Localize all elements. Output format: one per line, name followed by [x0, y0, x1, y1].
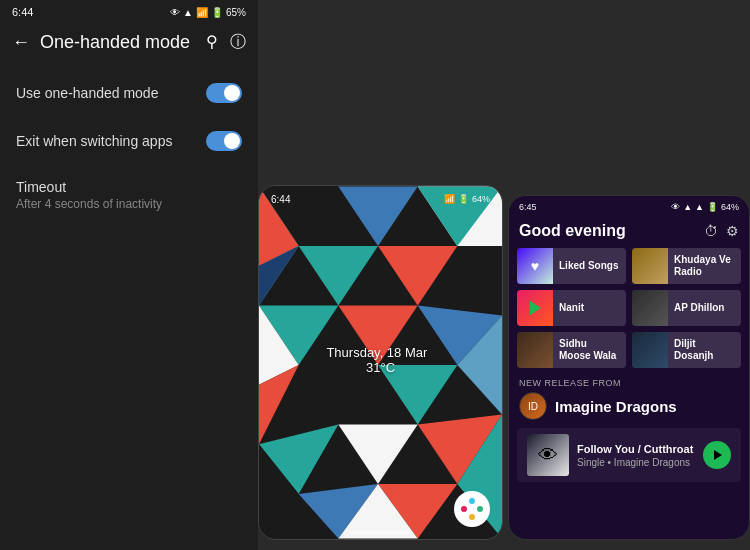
wallpaper-date: Thursday, 18 Mar 31°C [320, 345, 442, 375]
date-text: Thursday, 18 Mar [326, 345, 427, 360]
status-bar: 6:44 👁 ▲ 📶 🔋 65% [0, 0, 258, 24]
new-release-artist-name: Imagine Dragons [555, 398, 677, 415]
phone-wallpaper-screen: 6:44 📶 🔋 64% Thursday, 18 Mar 31°C [258, 185, 503, 540]
liked-songs-card[interactable]: ♥ Liked Songs [517, 248, 626, 284]
wallpaper-time: 6:44 [271, 194, 290, 205]
sp-wifi-icon: ▲ [695, 202, 704, 212]
svg-rect-27 [461, 506, 467, 512]
back-button[interactable]: ← [12, 32, 30, 53]
sp-eye-icon: 👁 [671, 202, 680, 212]
wallpaper-status-bar: 6:44 📶 🔋 64% [271, 194, 490, 205]
sp-battery-pct: 64% [721, 202, 739, 212]
track-item[interactable]: 👁 Follow You / Cutthroat Single • Imagin… [517, 428, 741, 482]
use-one-handed-item: Use one-handed mode [0, 69, 258, 117]
eye-emoji: 👁 [538, 444, 558, 467]
settings-panel: 6:44 👁 ▲ 📶 🔋 65% ← One-handed mode ⚲ ⓘ U… [0, 0, 258, 550]
ap-dhillon-img [632, 290, 668, 326]
spotify-time: 6:45 [519, 202, 537, 212]
avatar-1-initials: ID [528, 401, 538, 412]
sidhu-card[interactable]: Sidhu Moose Wala [517, 332, 626, 368]
track-info: Follow You / Cutthroat Single • Imagine … [577, 442, 695, 468]
status-icons: 👁 ▲ 📶 🔋 65% [170, 7, 246, 18]
slack-icon[interactable] [454, 491, 490, 527]
wallpaper-battery: 🔋 [458, 194, 469, 205]
artist-avatar-1: ID [519, 392, 547, 420]
diljit-card[interactable]: Diljit Dosanjh [632, 332, 741, 368]
spotify-panel: 6:45 👁 ▲ ▲ 🔋 64% Good evening ⏱ ⚙ ♥ Like… [508, 195, 750, 540]
svg-rect-31 [469, 506, 475, 512]
khudaya-label: Khudaya Ve Radio [668, 254, 741, 278]
ap-dhillon-card[interactable]: AP Dhillon [632, 290, 741, 326]
spotify-status-bar: 6:45 👁 ▲ ▲ 🔋 64% [509, 196, 749, 218]
wallpaper-date-block: Thursday, 18 Mar 31°C [320, 345, 442, 375]
use-one-handed-toggle[interactable] [206, 83, 242, 103]
liked-songs-img: ♥ [517, 248, 553, 284]
track-name: Follow You / Cutthroat [577, 442, 695, 456]
settings-page-title: One-handed mode [40, 32, 196, 53]
exit-switching-toggle[interactable] [206, 131, 242, 151]
settings-items-list: Use one-handed mode Exit when switching … [0, 61, 258, 233]
nanit-play-icon [530, 301, 541, 315]
heart-icon: ♥ [531, 258, 539, 274]
play-icon [714, 450, 722, 460]
track-artist: Single • Imagine Dragons [577, 457, 695, 468]
home-indicator [351, 531, 411, 534]
sidhu-img [517, 332, 553, 368]
exit-switching-label: Exit when switching apps [16, 133, 172, 149]
spotify-greeting: Good evening [519, 222, 626, 240]
header-action-icons: ⚲ ⓘ [206, 32, 246, 53]
track-album-art: 👁 [527, 434, 569, 476]
battery-icon: 🔋 [211, 7, 223, 18]
khudaya-img [632, 248, 668, 284]
svg-rect-29 [477, 506, 483, 512]
nanit-label: Nanit [553, 302, 590, 314]
settings-header: ← One-handed mode ⚲ ⓘ [0, 24, 258, 61]
signal-icon: 📶 [196, 7, 208, 18]
new-release-label: NEW RELEASE FROM [519, 378, 739, 388]
spotify-cards-grid: ♥ Liked Songs Khudaya Ve Radio Nanit AP … [509, 248, 749, 374]
eye-icon: 👁 [170, 7, 180, 18]
wallpaper-status-icons: 📶 🔋 64% [444, 194, 490, 205]
battery-pct: 65% [226, 7, 246, 18]
search-icon[interactable]: ⚲ [206, 32, 218, 53]
nanit-img [517, 290, 553, 326]
sp-signal-icon: ▲ [683, 202, 692, 212]
history-icon[interactable]: ⏱ [704, 223, 718, 239]
new-release-row: ID Imagine Dragons [519, 392, 739, 420]
wifi-icon: ▲ [183, 7, 193, 18]
ap-dhillon-label: AP Dhillon [668, 302, 730, 314]
timeout-label: Timeout [16, 179, 242, 195]
artist-avatars: ID [519, 392, 547, 420]
timeout-sublabel: After 4 seconds of inactivity [16, 197, 242, 211]
wallpaper-signal: 📶 [444, 194, 455, 205]
spotify-header-action-icons: ⏱ ⚙ [704, 223, 739, 239]
slack-logo [461, 498, 483, 520]
sp-battery-icon: 🔋 [707, 202, 718, 212]
temp-text: 31°C [366, 360, 395, 375]
svg-rect-28 [469, 498, 475, 504]
help-icon[interactable]: ⓘ [230, 32, 246, 53]
khudaya-card[interactable]: Khudaya Ve Radio [632, 248, 741, 284]
settings-icon[interactable]: ⚙ [726, 223, 739, 239]
svg-marker-6 [378, 246, 457, 306]
svg-rect-30 [469, 514, 475, 520]
status-time: 6:44 [12, 6, 33, 18]
wallpaper-battery-pct: 64% [472, 194, 490, 205]
nanit-card[interactable]: Nanit [517, 290, 626, 326]
spotify-header: Good evening ⏱ ⚙ [509, 218, 749, 248]
play-button[interactable] [703, 441, 731, 469]
svg-marker-3 [299, 246, 378, 306]
spotify-status-icons: 👁 ▲ ▲ 🔋 64% [671, 202, 739, 212]
use-one-handed-label: Use one-handed mode [16, 85, 158, 101]
exit-switching-item: Exit when switching apps [0, 117, 258, 165]
liked-songs-label: Liked Songs [553, 260, 624, 272]
new-release-section: NEW RELEASE FROM ID Imagine Dragons [509, 374, 749, 424]
diljit-label: Diljit Dosanjh [668, 338, 741, 362]
svg-marker-7 [457, 246, 502, 315]
svg-marker-16 [338, 424, 417, 484]
sidhu-label: Sidhu Moose Wala [553, 338, 626, 362]
timeout-item[interactable]: Timeout After 4 seconds of inactivity [0, 165, 258, 225]
diljit-img [632, 332, 668, 368]
